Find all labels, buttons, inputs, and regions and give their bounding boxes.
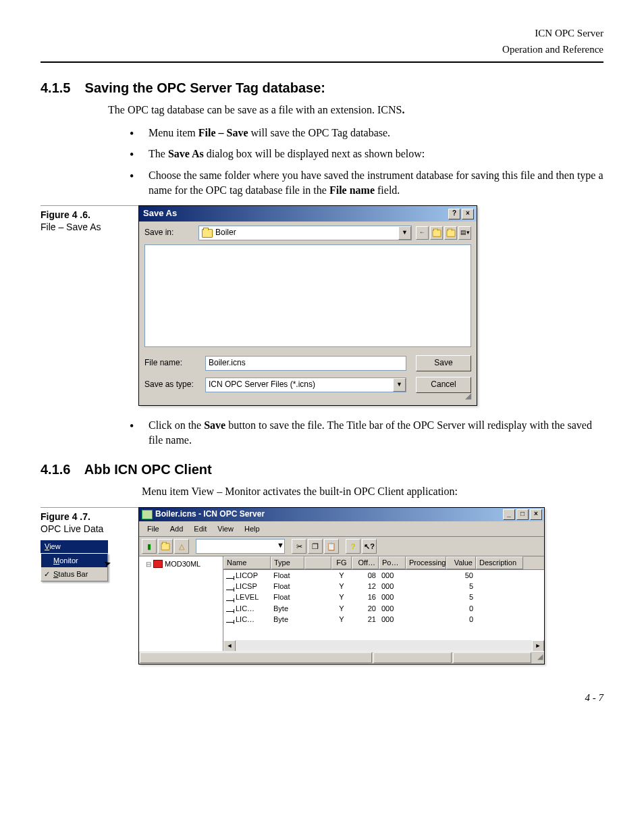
saveas-title-text: Save As (143, 208, 177, 219)
t: dialog box will be displayed next as sho… (204, 148, 425, 159)
col-po[interactable]: Po… (379, 556, 406, 569)
minimize-button[interactable]: _ (503, 509, 515, 520)
figure-47-row: Figure 4 .7. OPC Live Data View Monitor … (41, 507, 603, 664)
sec415-bullet-2: The Save As dialog box will be displayed… (130, 147, 603, 161)
maximize-button[interactable]: □ (516, 509, 529, 520)
section-415-title: Saving the OPC Server Tag database: (85, 80, 325, 95)
paste-icon[interactable]: 📋 (324, 539, 339, 554)
filename-value: Boiler.icns (209, 358, 246, 369)
list-item[interactable]: LIC…ByteY200000 (223, 603, 544, 614)
file-list[interactable] (144, 244, 471, 347)
savetype-label: Save as type: (144, 380, 205, 390)
figure-46-label-sub: File – Save As (41, 221, 101, 232)
opc-listview[interactable]: Name Type FG Off… Po… Processing Value D… (223, 556, 544, 651)
figure-46-label: Figure 4 .6. File – Save As (41, 205, 138, 233)
tag-icon (226, 617, 234, 623)
figure-46-label-bold: Figure 4 .6. (41, 209, 90, 220)
sec415-bullet-1: Menu item File – Save will save the OPC … (130, 126, 603, 140)
up-icon[interactable]: △ (174, 539, 189, 554)
menu-edit[interactable]: Edit (188, 523, 212, 535)
tag-icon (226, 595, 234, 601)
menu-help[interactable]: Help (239, 523, 265, 535)
help-icon[interactable]: ? (346, 539, 360, 554)
t: File – Save (198, 127, 248, 138)
scroll-left-icon[interactable]: ◄ (223, 640, 236, 651)
list-item[interactable]: LICOPFloatY0800050 (223, 570, 544, 581)
whatsthis-icon[interactable]: ↖? (362, 539, 377, 554)
status-cell-3 (453, 652, 531, 663)
close-button[interactable]: × (530, 509, 542, 520)
horizontal-scrollbar[interactable]: ◄ ► (223, 640, 544, 651)
t: Save (204, 419, 225, 431)
menu-statusbar-rest: tatus Bar (58, 570, 88, 578)
sec415-bullets: Menu item File – Save will save the OPC … (130, 126, 603, 197)
tag-icon (226, 584, 234, 590)
close-button[interactable]: × (462, 209, 474, 219)
col-fg[interactable]: FG (331, 556, 352, 569)
saveas-titlebar[interactable]: Save As ? × (139, 206, 477, 221)
tag-icon (226, 606, 234, 612)
list-item[interactable]: LEVELFloatY160005 (223, 592, 544, 602)
toolbar-combo[interactable]: ▼ (196, 539, 285, 554)
open-folder-icon[interactable] (158, 539, 173, 554)
opc-menubar: File Add Edit View Help (139, 521, 544, 537)
chevron-down-icon[interactable]: ▼ (277, 540, 284, 552)
page-number: 4 - 7 (41, 692, 603, 705)
folder-open-icon (202, 229, 213, 238)
listview-header[interactable]: Name Type FG Off… Po… Processing Value D… (223, 556, 544, 569)
list-item[interactable]: LIC…ByteY210000 (223, 614, 544, 625)
col-name[interactable]: Name (223, 556, 271, 569)
view-menu-button[interactable]: View (41, 540, 108, 552)
t: will save the OPC Tag database. (248, 127, 391, 138)
col-processing[interactable]: Processing (406, 556, 446, 569)
sec415-bullets-2: Click on the Save button to save the fil… (130, 418, 603, 447)
up-folder-icon[interactable] (430, 226, 443, 240)
menu-item-monitor[interactable]: Monitor ➤ (41, 554, 107, 567)
header-rule (41, 61, 603, 63)
savein-value: Boiler (215, 228, 236, 238)
resize-grip-icon[interactable]: ◢ (144, 393, 471, 398)
tree-node-mod30ml[interactable]: ⊟ MOD30ML (140, 559, 221, 569)
cancel-button[interactable]: Cancel (416, 377, 471, 393)
menu-view[interactable]: View (212, 523, 239, 535)
view-menu-icon[interactable]: ▤▾ (458, 226, 471, 240)
new-folder-icon[interactable] (444, 226, 457, 240)
cut-icon[interactable]: ✂ (292, 539, 306, 554)
figure-47-label: Figure 4 .7. OPC Live Data (41, 507, 138, 535)
menu-file[interactable]: File (142, 523, 165, 535)
save-button[interactable]: Save (416, 355, 471, 371)
menu-monitor-rest: onitor (59, 556, 78, 565)
col-type[interactable]: Type (271, 556, 304, 569)
status-cell-2 (373, 652, 452, 663)
col-off[interactable]: Off… (352, 556, 379, 569)
saveas-dialog: Save As ? × Save in: Boiler ▼ ← ▤▾ (138, 205, 477, 406)
back-icon[interactable]: ← (416, 226, 429, 240)
savein-label: Save in: (144, 228, 198, 238)
savein-combo[interactable]: Boiler ▼ (198, 226, 412, 240)
resize-grip-icon[interactable]: ◢ (532, 652, 544, 664)
device-icon (153, 560, 163, 568)
copy-icon[interactable]: ❐ (308, 539, 323, 554)
col-spacer[interactable] (304, 556, 331, 569)
filename-input[interactable]: Boiler.icns (205, 356, 406, 371)
chevron-down-icon[interactable]: ▼ (398, 226, 411, 240)
savetype-combo[interactable]: ICN OPC Server Files (*.icns) ▼ (205, 377, 406, 392)
scroll-right-icon[interactable]: ► (532, 640, 544, 651)
list-item[interactable]: LICSPFloatY120005 (223, 581, 544, 592)
tree-collapse-icon[interactable]: ⊟ (146, 560, 151, 569)
col-value[interactable]: Value (446, 556, 476, 569)
section-416-title: Abb ICN OPC Client (84, 462, 212, 477)
section-415-heading: 4.1.5 Saving the OPC Server Tag database… (41, 79, 603, 97)
opc-titlebar[interactable]: Boiler.icns - ICN OPC Server _ □ × (139, 508, 544, 521)
figure-47-label-bold: Figure 4 .7. (41, 511, 90, 522)
chevron-down-icon[interactable]: ▼ (393, 378, 406, 392)
col-description[interactable]: Description (476, 556, 523, 569)
figure-46-row: Figure 4 .6. File – Save As Save As ? × … (41, 205, 603, 406)
menu-add[interactable]: Add (165, 523, 189, 535)
stop-icon[interactable]: ▮ (142, 539, 157, 554)
help-button[interactable]: ? (448, 209, 460, 219)
opc-tree[interactable]: ⊟ MOD30ML (139, 556, 223, 651)
doc-header-section: Operation and Reference (41, 43, 603, 57)
menu-item-statusbar[interactable]: ✓ Status Bar (41, 567, 107, 581)
sec415-intro-b: . (402, 104, 404, 115)
